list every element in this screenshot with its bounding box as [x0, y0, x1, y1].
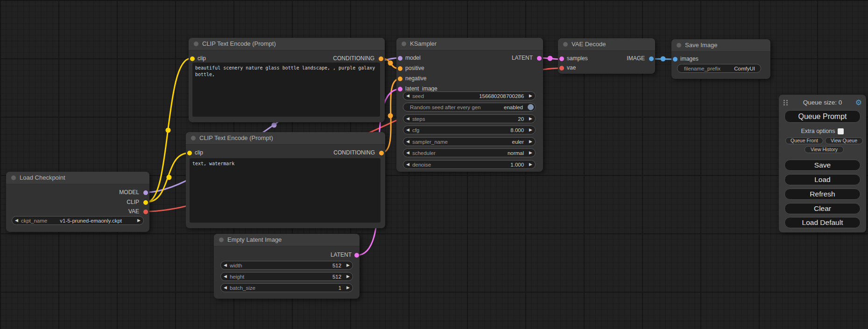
decrement-arrow-icon[interactable]: ◀	[403, 161, 412, 168]
node-empty-latent-image[interactable]: Empty Latent Image LATENT ◀ width 512 ▶ …	[214, 234, 360, 299]
decrement-arrow-icon[interactable]: ◀	[403, 138, 412, 146]
batch-size-widget[interactable]: ◀ batch_size 1 ▶	[220, 283, 353, 292]
collapse-dot-icon[interactable]	[11, 175, 16, 180]
node-title: Load Checkpoint	[20, 172, 65, 184]
view-queue-button[interactable]: View Queue	[825, 137, 863, 144]
node-titlebar[interactable]: CLIP Text Encode (Prompt)	[189, 38, 385, 50]
node-title: CLIP Text Encode (Prompt)	[199, 132, 273, 144]
height-widget[interactable]: ◀ height 512 ▶	[220, 272, 353, 281]
increment-arrow-icon[interactable]: ▶	[134, 217, 143, 224]
widget-value: 1	[255, 285, 344, 291]
gear-icon[interactable]: ⚙	[855, 98, 862, 107]
samples-input-port[interactable]	[559, 56, 564, 61]
increment-arrow-icon[interactable]: ▶	[526, 92, 535, 100]
node-save-image[interactable]: Save Image images filename_prefix ComfyU…	[671, 39, 770, 79]
load-button[interactable]: Load	[784, 174, 861, 185]
clip-input-port[interactable]	[187, 151, 192, 155]
node-titlebar[interactable]: KSampler	[396, 38, 543, 50]
decrement-arrow-icon[interactable]: ◀	[221, 273, 230, 280]
toggle-indicator-icon[interactable]	[528, 104, 534, 110]
prompt-text-input[interactable]: beautiful scenery nature glass bottle la…	[192, 63, 380, 117]
collapse-dot-icon[interactable]	[191, 136, 196, 140]
vae-output-port[interactable]	[143, 210, 148, 214]
load-default-button[interactable]: Load Default	[784, 217, 861, 228]
conditioning-output-port[interactable]	[379, 56, 383, 61]
images-input-port[interactable]	[673, 57, 677, 62]
clear-button[interactable]: Clear	[784, 203, 861, 214]
random-seed-toggle-widget[interactable]: Random seed after every gen enabled	[403, 103, 536, 112]
node-titlebar[interactable]: VAE Decode	[558, 38, 655, 51]
widget-value: normal	[436, 150, 526, 156]
decrement-arrow-icon[interactable]: ◀	[221, 284, 230, 292]
cfg-widget[interactable]: ◀ cfg 8.000 ▶	[403, 126, 536, 134]
image-output-port[interactable]	[649, 56, 654, 61]
queue-front-button[interactable]: Queue Front	[785, 137, 823, 144]
port-row: vae	[558, 63, 655, 73]
model-input-port[interactable]	[398, 56, 402, 61]
denoise-widget[interactable]: ◀ denoise 1.000 ▶	[403, 160, 536, 169]
widget-label: height	[230, 274, 244, 280]
node-clip-text-encode-negative[interactable]: CLIP Text Encode (Prompt) clip CONDITION…	[186, 132, 385, 228]
node-titlebar[interactable]: Save Image	[671, 39, 770, 52]
input-label: clip	[195, 148, 203, 158]
latent-image-input-port[interactable]	[398, 87, 402, 91]
node-clip-text-encode-positive[interactable]: CLIP Text Encode (Prompt) clip CONDITION…	[189, 38, 385, 122]
collapse-dot-icon[interactable]	[677, 43, 681, 48]
link-midpoint-dot	[388, 113, 393, 119]
width-widget[interactable]: ◀ width 512 ▶	[220, 261, 353, 270]
node-load-checkpoint[interactable]: Load Checkpoint MODEL CLIP VAE ◀ ckpt_na…	[6, 172, 149, 232]
filename-prefix-widget[interactable]: filename_prefix ComfyUI	[677, 64, 761, 73]
latent-output-port[interactable]	[537, 56, 542, 61]
collapse-dot-icon[interactable]	[563, 42, 568, 47]
port-row: negative	[396, 74, 543, 84]
increment-arrow-icon[interactable]: ▶	[526, 149, 535, 157]
node-titlebar[interactable]: CLIP Text Encode (Prompt)	[186, 132, 385, 145]
clip-output-port[interactable]	[143, 200, 148, 205]
prompt-text-input[interactable]: text, watermark	[190, 158, 381, 223]
collapse-dot-icon[interactable]	[402, 42, 406, 46]
collapse-dot-icon[interactable]	[219, 238, 224, 242]
decrement-arrow-icon[interactable]: ◀	[12, 217, 21, 224]
increment-arrow-icon[interactable]: ▶	[526, 115, 535, 123]
queue-prompt-button[interactable]: Queue Prompt	[784, 110, 861, 123]
increment-arrow-icon[interactable]: ▶	[526, 126, 535, 134]
save-button[interactable]: Save	[784, 160, 861, 171]
positive-input-port[interactable]	[398, 66, 402, 71]
view-history-button[interactable]: View History	[804, 146, 844, 153]
latent-output-port[interactable]	[354, 253, 359, 258]
decrement-arrow-icon[interactable]: ◀	[403, 126, 412, 134]
sampler-name-widget[interactable]: ◀ sampler_name euler ▶	[403, 137, 536, 146]
input-label: images	[680, 54, 699, 64]
node-graph-canvas[interactable]: Load Checkpoint MODEL CLIP VAE ◀ ckpt_na…	[0, 0, 868, 329]
refresh-button[interactable]: Refresh	[784, 189, 861, 200]
seed-widget[interactable]: ◀ seed 156680208700286 ▶	[403, 91, 536, 100]
vae-input-port[interactable]	[559, 66, 564, 70]
decrement-arrow-icon[interactable]: ◀	[221, 261, 230, 269]
increment-arrow-icon[interactable]: ▶	[526, 161, 535, 168]
increment-arrow-icon[interactable]: ▶	[344, 261, 353, 269]
widget-label: Random seed after every gen	[403, 105, 481, 110]
extra-options-label: Extra options	[801, 128, 835, 134]
increment-arrow-icon[interactable]: ▶	[344, 284, 353, 292]
node-titlebar[interactable]: Empty Latent Image	[214, 234, 360, 246]
increment-arrow-icon[interactable]: ▶	[526, 138, 535, 146]
node-title: CLIP Text Encode (Prompt)	[202, 38, 276, 50]
scheduler-widget[interactable]: ◀ scheduler normal ▶	[403, 148, 536, 157]
conditioning-output-port[interactable]	[379, 151, 384, 155]
clip-input-port[interactable]	[190, 56, 195, 61]
port-row: clip CONDITIONING	[189, 54, 385, 63]
extra-options-checkbox[interactable]	[838, 128, 844, 134]
decrement-arrow-icon[interactable]: ◀	[403, 92, 412, 100]
node-titlebar[interactable]: Load Checkpoint	[6, 172, 149, 184]
decrement-arrow-icon[interactable]: ◀	[403, 115, 412, 123]
output-label: CONDITIONING	[333, 54, 374, 63]
node-vae-decode[interactable]: VAE Decode samples IMAGE vae	[558, 38, 655, 74]
decrement-arrow-icon[interactable]: ◀	[403, 149, 412, 157]
increment-arrow-icon[interactable]: ▶	[344, 273, 353, 280]
model-output-port[interactable]	[143, 190, 148, 195]
ckpt-name-widget[interactable]: ◀ ckpt_name v1-5-pruned-emaonly.ckpt ▶	[12, 216, 144, 225]
negative-input-port[interactable]	[398, 77, 402, 81]
node-ksampler[interactable]: KSampler model LATENT positive negative …	[396, 38, 543, 172]
steps-widget[interactable]: ◀ steps 20 ▶	[403, 114, 536, 123]
collapse-dot-icon[interactable]	[194, 42, 198, 46]
